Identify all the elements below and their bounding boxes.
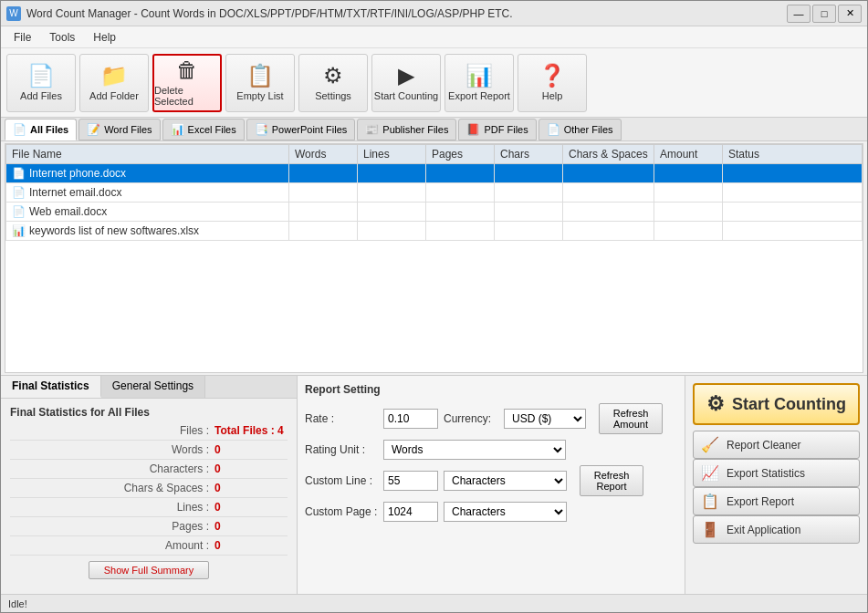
- toolbar-btn-add-folder[interactable]: 📁Add Folder: [79, 54, 149, 112]
- toolbar-btn-empty-list[interactable]: 📋Empty List: [225, 54, 295, 112]
- custom-line-unit-select[interactable]: Characters Words: [444, 471, 567, 491]
- toolbar-btn-start-counting[interactable]: ▶Start Counting: [371, 54, 441, 112]
- stats-row: Pages :0: [10, 520, 288, 536]
- cell-lines: [358, 203, 426, 222]
- stats-value: Total Files : 4: [214, 424, 288, 437]
- table-row[interactable]: 📊keywords list of new softwares.xlsx: [6, 222, 863, 241]
- cell-lines: [358, 164, 426, 183]
- export-statistics-label: Export Statistics: [727, 467, 805, 480]
- minimize-button[interactable]: —: [787, 5, 810, 23]
- tab-final-statistics[interactable]: Final Statistics: [1, 376, 101, 398]
- col-chars[interactable]: Chars: [495, 145, 563, 164]
- col-words[interactable]: Words: [289, 145, 358, 164]
- currency-label: Currency:: [444, 412, 498, 425]
- tab-word-files[interactable]: 📝Word Files: [78, 119, 160, 140]
- excel-files-icon: 📊: [171, 123, 184, 136]
- cell-lines: [358, 183, 426, 203]
- cell-chars: [495, 203, 563, 222]
- custom-line-label: Custom Line :: [305, 474, 378, 487]
- tab-other-files[interactable]: 📄Other Files: [539, 119, 622, 140]
- toolbar-btn-export-report[interactable]: 📊Export Report: [444, 54, 514, 112]
- col-chars-spaces[interactable]: Chars & Spaces: [563, 145, 654, 164]
- menu-tools[interactable]: Tools: [42, 29, 82, 46]
- cell-words: [289, 203, 358, 222]
- toolbar-btn-settings[interactable]: ⚙Settings: [298, 54, 368, 112]
- main-content: File Name Words Lines Pages Chars Chars …: [1, 141, 867, 594]
- table-row[interactable]: 📄Internet email.docx: [6, 183, 863, 203]
- rate-input[interactable]: [383, 409, 438, 429]
- cell-chars: [495, 222, 563, 241]
- tab-general-settings[interactable]: General Settings: [101, 376, 205, 398]
- export-statistics-icon: 📈: [701, 464, 719, 482]
- menu-file[interactable]: File: [6, 29, 38, 46]
- refresh-amount-button[interactable]: RefreshAmount: [599, 403, 663, 434]
- left-panel: Final Statistics General Settings Final …: [1, 376, 298, 594]
- cell-amount: [654, 183, 723, 203]
- file-icon: 📄: [12, 205, 26, 218]
- refresh-amount-block: RefreshAmount: [599, 403, 663, 434]
- rating-unit-select[interactable]: Words Characters Lines Pages: [383, 440, 566, 460]
- tab-all-files[interactable]: 📄All Files: [5, 119, 77, 140]
- col-lines[interactable]: Lines: [358, 145, 426, 164]
- cell-status: [723, 183, 863, 203]
- toolbar-btn-add-files[interactable]: 📄Add Files: [6, 54, 76, 112]
- cell-lines: [358, 222, 426, 241]
- empty-list-label: Empty List: [236, 90, 283, 101]
- close-button[interactable]: ✕: [838, 5, 862, 23]
- action-btn-report-cleaner[interactable]: 🧹Report Cleaner: [693, 431, 860, 459]
- cell-chars-spaces: [563, 222, 654, 241]
- start-counting-label: Start Counting: [374, 90, 438, 101]
- stats-label: Pages :: [10, 520, 214, 533]
- help-icon: ❓: [539, 65, 566, 87]
- exit-application-icon: 🚪: [701, 521, 719, 538]
- maximize-button[interactable]: □: [812, 5, 836, 23]
- currency-select[interactable]: USD ($) EUR (€) GBP (£): [504, 409, 586, 429]
- main-window: W Word Count Manager - Count Words in DO…: [0, 0, 868, 613]
- excel-files-label: Excel Files: [188, 124, 236, 135]
- tab-excel-files[interactable]: 📊Excel Files: [162, 119, 245, 140]
- cell-words: [289, 164, 358, 183]
- table-row[interactable]: 📄Internet phone.docx: [6, 164, 863, 183]
- other-files-icon: 📄: [547, 123, 560, 136]
- cell-amount: [654, 203, 723, 222]
- title-bar-controls: — □ ✕: [787, 5, 862, 23]
- cell-status: [723, 203, 863, 222]
- custom-page-unit-select[interactable]: Characters Words: [444, 502, 567, 522]
- stats-row: Amount :0: [10, 539, 288, 556]
- tab-publisher-files[interactable]: 📰Publisher Files: [357, 119, 456, 140]
- cell-filename: 📄Internet phone.docx: [6, 164, 289, 183]
- pdf-files-label: PDF Files: [484, 124, 528, 135]
- custom-line-input[interactable]: [383, 471, 438, 491]
- col-status[interactable]: Status: [723, 145, 863, 164]
- refresh-report-button[interactable]: RefreshReport: [580, 465, 643, 496]
- cell-filename: 📄Internet email.docx: [6, 183, 289, 203]
- stats-section-title: Final Statistics for All Files: [10, 406, 288, 419]
- tab-bar: 📄All Files📝Word Files📊Excel Files📑PowerP…: [1, 118, 867, 141]
- file-table: File Name Words Lines Pages Chars Chars …: [5, 144, 863, 241]
- tab-pdf-files[interactable]: 📕PDF Files: [458, 119, 536, 140]
- col-filename[interactable]: File Name: [6, 145, 289, 164]
- action-btn-export-statistics[interactable]: 📈Export Statistics: [693, 459, 860, 487]
- col-amount[interactable]: Amount: [654, 145, 723, 164]
- action-btn-export-report[interactable]: 📋Export Report: [693, 487, 860, 515]
- custom-page-input[interactable]: [383, 502, 438, 522]
- toolbar-btn-delete-selected[interactable]: 🗑Delete Selected: [152, 54, 222, 112]
- start-counting-big-button[interactable]: ⚙ Start Counting: [693, 383, 860, 425]
- col-pages[interactable]: Pages: [426, 145, 495, 164]
- table-row[interactable]: 📄Web email.docx: [6, 203, 863, 222]
- menu-help[interactable]: Help: [86, 29, 123, 46]
- show-summary-button[interactable]: Show Full Summary: [89, 561, 209, 579]
- cell-chars-spaces: [563, 164, 654, 183]
- panel-tabs: Final Statistics General Settings: [1, 376, 297, 399]
- custom-page-label: Custom Page :: [305, 505, 378, 518]
- cell-words: [289, 183, 358, 203]
- rating-unit-label: Rating Unit :: [305, 443, 378, 456]
- stats-label: Files :: [10, 424, 214, 437]
- cell-pages: [426, 183, 495, 203]
- toolbar-btn-help[interactable]: ❓Help: [518, 54, 587, 112]
- tab-powerpoint-files[interactable]: 📑PowerPoint Files: [246, 119, 356, 140]
- stats-row: Chars & Spaces :0: [10, 482, 288, 498]
- stats-value: 0: [214, 520, 288, 533]
- action-btn-exit-application[interactable]: 🚪Exit Application: [693, 515, 860, 544]
- stats-value: 0: [214, 462, 288, 475]
